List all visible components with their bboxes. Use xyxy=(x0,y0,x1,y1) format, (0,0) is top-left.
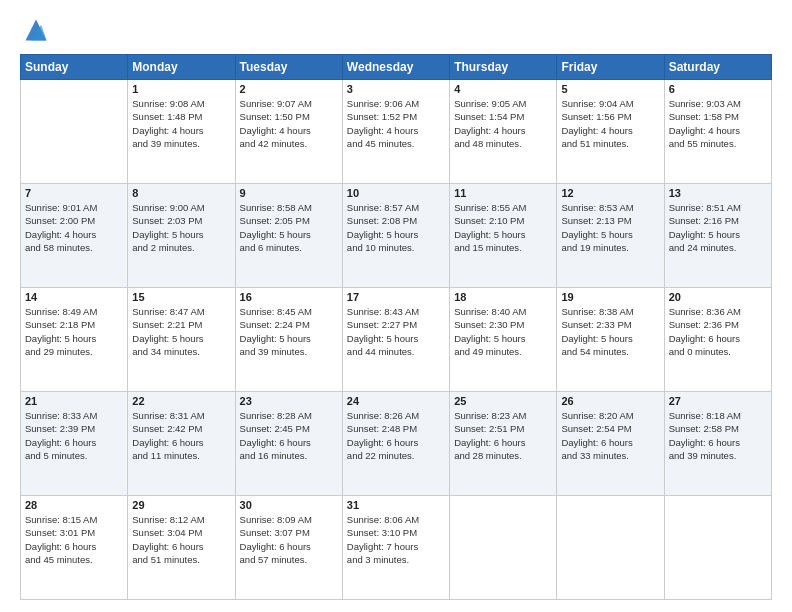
day-number: 6 xyxy=(669,83,767,95)
calendar-cell: 15Sunrise: 8:47 AM Sunset: 2:21 PM Dayli… xyxy=(128,288,235,392)
calendar-cell xyxy=(21,80,128,184)
day-info: Sunrise: 8:28 AM Sunset: 2:45 PM Dayligh… xyxy=(240,409,338,462)
day-number: 18 xyxy=(454,291,552,303)
day-number: 31 xyxy=(347,499,445,511)
calendar-header-saturday: Saturday xyxy=(664,55,771,80)
day-number: 21 xyxy=(25,395,123,407)
calendar-week-2: 7Sunrise: 9:01 AM Sunset: 2:00 PM Daylig… xyxy=(21,184,772,288)
calendar-cell: 24Sunrise: 8:26 AM Sunset: 2:48 PM Dayli… xyxy=(342,392,449,496)
day-number: 19 xyxy=(561,291,659,303)
day-info: Sunrise: 9:05 AM Sunset: 1:54 PM Dayligh… xyxy=(454,97,552,150)
calendar-cell: 12Sunrise: 8:53 AM Sunset: 2:13 PM Dayli… xyxy=(557,184,664,288)
day-number: 4 xyxy=(454,83,552,95)
calendar-cell: 18Sunrise: 8:40 AM Sunset: 2:30 PM Dayli… xyxy=(450,288,557,392)
header xyxy=(20,16,772,44)
day-number: 7 xyxy=(25,187,123,199)
calendar-cell: 20Sunrise: 8:36 AM Sunset: 2:36 PM Dayli… xyxy=(664,288,771,392)
day-info: Sunrise: 9:00 AM Sunset: 2:03 PM Dayligh… xyxy=(132,201,230,254)
calendar-cell: 26Sunrise: 8:20 AM Sunset: 2:54 PM Dayli… xyxy=(557,392,664,496)
calendar-cell: 6Sunrise: 9:03 AM Sunset: 1:58 PM Daylig… xyxy=(664,80,771,184)
day-number: 25 xyxy=(454,395,552,407)
day-number: 10 xyxy=(347,187,445,199)
day-number: 15 xyxy=(132,291,230,303)
calendar-week-5: 28Sunrise: 8:15 AM Sunset: 3:01 PM Dayli… xyxy=(21,496,772,600)
day-info: Sunrise: 8:18 AM Sunset: 2:58 PM Dayligh… xyxy=(669,409,767,462)
day-info: Sunrise: 8:57 AM Sunset: 2:08 PM Dayligh… xyxy=(347,201,445,254)
day-number: 2 xyxy=(240,83,338,95)
day-info: Sunrise: 8:20 AM Sunset: 2:54 PM Dayligh… xyxy=(561,409,659,462)
calendar: SundayMondayTuesdayWednesdayThursdayFrid… xyxy=(20,54,772,600)
day-info: Sunrise: 9:07 AM Sunset: 1:50 PM Dayligh… xyxy=(240,97,338,150)
day-info: Sunrise: 8:53 AM Sunset: 2:13 PM Dayligh… xyxy=(561,201,659,254)
day-info: Sunrise: 8:49 AM Sunset: 2:18 PM Dayligh… xyxy=(25,305,123,358)
calendar-header-monday: Monday xyxy=(128,55,235,80)
day-info: Sunrise: 9:03 AM Sunset: 1:58 PM Dayligh… xyxy=(669,97,767,150)
calendar-header-friday: Friday xyxy=(557,55,664,80)
calendar-cell: 7Sunrise: 9:01 AM Sunset: 2:00 PM Daylig… xyxy=(21,184,128,288)
calendar-cell xyxy=(664,496,771,600)
day-number: 30 xyxy=(240,499,338,511)
calendar-cell: 19Sunrise: 8:38 AM Sunset: 2:33 PM Dayli… xyxy=(557,288,664,392)
calendar-cell: 8Sunrise: 9:00 AM Sunset: 2:03 PM Daylig… xyxy=(128,184,235,288)
day-info: Sunrise: 8:26 AM Sunset: 2:48 PM Dayligh… xyxy=(347,409,445,462)
day-info: Sunrise: 8:58 AM Sunset: 2:05 PM Dayligh… xyxy=(240,201,338,254)
day-info: Sunrise: 8:36 AM Sunset: 2:36 PM Dayligh… xyxy=(669,305,767,358)
day-info: Sunrise: 8:55 AM Sunset: 2:10 PM Dayligh… xyxy=(454,201,552,254)
calendar-cell xyxy=(557,496,664,600)
day-number: 16 xyxy=(240,291,338,303)
day-number: 28 xyxy=(25,499,123,511)
day-number: 14 xyxy=(25,291,123,303)
calendar-cell: 9Sunrise: 8:58 AM Sunset: 2:05 PM Daylig… xyxy=(235,184,342,288)
calendar-header-row: SundayMondayTuesdayWednesdayThursdayFrid… xyxy=(21,55,772,80)
calendar-cell: 16Sunrise: 8:45 AM Sunset: 2:24 PM Dayli… xyxy=(235,288,342,392)
day-info: Sunrise: 8:38 AM Sunset: 2:33 PM Dayligh… xyxy=(561,305,659,358)
logo-icon xyxy=(22,16,50,44)
calendar-cell: 2Sunrise: 9:07 AM Sunset: 1:50 PM Daylig… xyxy=(235,80,342,184)
calendar-cell: 29Sunrise: 8:12 AM Sunset: 3:04 PM Dayli… xyxy=(128,496,235,600)
calendar-cell: 23Sunrise: 8:28 AM Sunset: 2:45 PM Dayli… xyxy=(235,392,342,496)
calendar-cell: 3Sunrise: 9:06 AM Sunset: 1:52 PM Daylig… xyxy=(342,80,449,184)
calendar-cell: 4Sunrise: 9:05 AM Sunset: 1:54 PM Daylig… xyxy=(450,80,557,184)
page: SundayMondayTuesdayWednesdayThursdayFrid… xyxy=(0,0,792,612)
calendar-cell: 25Sunrise: 8:23 AM Sunset: 2:51 PM Dayli… xyxy=(450,392,557,496)
day-number: 13 xyxy=(669,187,767,199)
calendar-cell: 11Sunrise: 8:55 AM Sunset: 2:10 PM Dayli… xyxy=(450,184,557,288)
day-info: Sunrise: 8:06 AM Sunset: 3:10 PM Dayligh… xyxy=(347,513,445,566)
day-info: Sunrise: 9:04 AM Sunset: 1:56 PM Dayligh… xyxy=(561,97,659,150)
day-number: 29 xyxy=(132,499,230,511)
calendar-cell: 28Sunrise: 8:15 AM Sunset: 3:01 PM Dayli… xyxy=(21,496,128,600)
day-number: 1 xyxy=(132,83,230,95)
day-number: 8 xyxy=(132,187,230,199)
day-number: 11 xyxy=(454,187,552,199)
day-number: 26 xyxy=(561,395,659,407)
day-info: Sunrise: 9:06 AM Sunset: 1:52 PM Dayligh… xyxy=(347,97,445,150)
calendar-header-tuesday: Tuesday xyxy=(235,55,342,80)
day-info: Sunrise: 8:09 AM Sunset: 3:07 PM Dayligh… xyxy=(240,513,338,566)
calendar-cell: 13Sunrise: 8:51 AM Sunset: 2:16 PM Dayli… xyxy=(664,184,771,288)
day-info: Sunrise: 8:45 AM Sunset: 2:24 PM Dayligh… xyxy=(240,305,338,358)
day-number: 20 xyxy=(669,291,767,303)
day-info: Sunrise: 8:31 AM Sunset: 2:42 PM Dayligh… xyxy=(132,409,230,462)
day-info: Sunrise: 8:33 AM Sunset: 2:39 PM Dayligh… xyxy=(25,409,123,462)
calendar-cell: 27Sunrise: 8:18 AM Sunset: 2:58 PM Dayli… xyxy=(664,392,771,496)
day-info: Sunrise: 8:40 AM Sunset: 2:30 PM Dayligh… xyxy=(454,305,552,358)
day-info: Sunrise: 8:43 AM Sunset: 2:27 PM Dayligh… xyxy=(347,305,445,358)
day-number: 17 xyxy=(347,291,445,303)
day-number: 12 xyxy=(561,187,659,199)
calendar-cell xyxy=(450,496,557,600)
day-number: 23 xyxy=(240,395,338,407)
calendar-header-sunday: Sunday xyxy=(21,55,128,80)
day-info: Sunrise: 8:15 AM Sunset: 3:01 PM Dayligh… xyxy=(25,513,123,566)
day-number: 3 xyxy=(347,83,445,95)
calendar-cell: 5Sunrise: 9:04 AM Sunset: 1:56 PM Daylig… xyxy=(557,80,664,184)
day-number: 24 xyxy=(347,395,445,407)
day-number: 27 xyxy=(669,395,767,407)
logo xyxy=(20,16,54,44)
day-info: Sunrise: 8:12 AM Sunset: 3:04 PM Dayligh… xyxy=(132,513,230,566)
calendar-cell: 30Sunrise: 8:09 AM Sunset: 3:07 PM Dayli… xyxy=(235,496,342,600)
day-info: Sunrise: 8:23 AM Sunset: 2:51 PM Dayligh… xyxy=(454,409,552,462)
calendar-cell: 10Sunrise: 8:57 AM Sunset: 2:08 PM Dayli… xyxy=(342,184,449,288)
day-number: 9 xyxy=(240,187,338,199)
calendar-header-thursday: Thursday xyxy=(450,55,557,80)
calendar-cell: 17Sunrise: 8:43 AM Sunset: 2:27 PM Dayli… xyxy=(342,288,449,392)
